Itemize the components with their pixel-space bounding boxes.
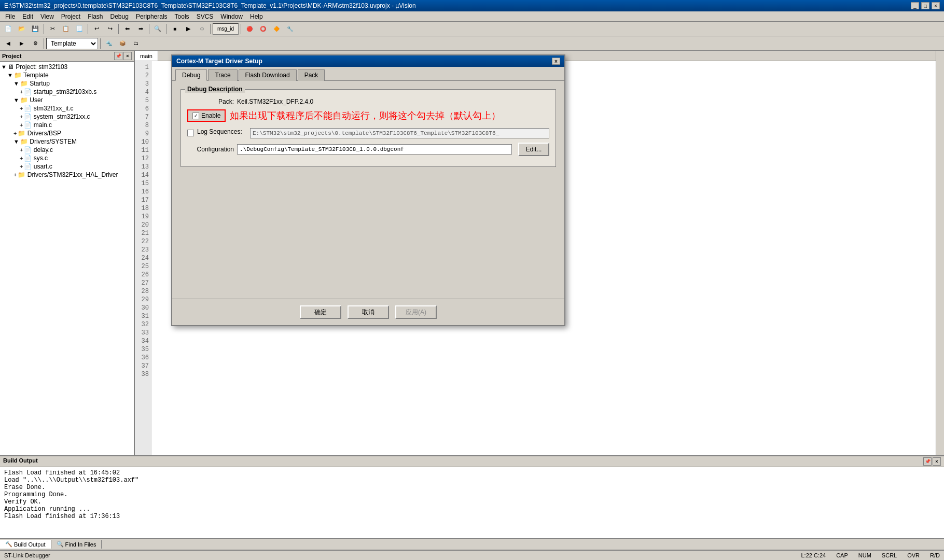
log-sequences-input[interactable] bbox=[250, 128, 549, 138]
pack-row: Pack: Keil.STM32F1xx_DFP.2.4.0 bbox=[187, 98, 549, 105]
dialog-tab-pack[interactable]: Pack bbox=[298, 69, 325, 81]
pack-value: Keil.STM32F1xx_DFP.2.4.0 bbox=[237, 98, 549, 105]
configuration-label: Configuration bbox=[187, 146, 234, 153]
enable-checkbox[interactable]: ✓ bbox=[192, 113, 199, 119]
dialog: Cortex-M Target Driver Setup × Debug Tra… bbox=[171, 54, 565, 326]
dialog-buttons: 确定 取消 应用(A) bbox=[172, 299, 564, 325]
ok-button[interactable]: 确定 bbox=[300, 305, 341, 319]
dialog-tabs: Debug Trace Flash Download Pack bbox=[172, 67, 564, 81]
modal-overlay: Cortex-M Target Driver Setup × Debug Tra… bbox=[0, 0, 944, 560]
dialog-tab-pack-label: Pack bbox=[304, 72, 318, 79]
apply-button[interactable]: 应用(A) bbox=[395, 305, 437, 319]
enable-label: Enable bbox=[201, 112, 220, 119]
enable-annotation: 如果出现下载程序后不能自动运行，则将这个勾去掉（默认勾上） bbox=[230, 109, 501, 122]
enable-section: ✓ Enable 如果出现下载程序后不能自动运行，则将这个勾去掉（默认勾上） bbox=[187, 109, 549, 122]
group-box-title: Debug Description bbox=[185, 86, 245, 93]
dialog-tab-trace[interactable]: Trace bbox=[208, 69, 237, 81]
configuration-row: Configuration Edit... bbox=[187, 143, 549, 156]
log-sequences-checkbox[interactable] bbox=[187, 130, 194, 136]
log-sequences-row: Log Sequences: bbox=[187, 128, 549, 138]
log-sequences-label: Log Sequences: bbox=[197, 128, 244, 135]
dialog-tab-debug-label: Debug bbox=[182, 72, 200, 79]
dialog-tab-trace-label: Trace bbox=[215, 72, 230, 79]
configuration-input[interactable] bbox=[237, 144, 512, 155]
dialog-tab-flash-label: Flash Download bbox=[245, 72, 290, 79]
dialog-title-text: Cortex-M Target Driver Setup bbox=[176, 58, 262, 65]
pack-label: Pack: bbox=[187, 98, 234, 105]
edit-btn[interactable]: Edit... bbox=[518, 143, 549, 156]
dialog-content: Debug Description Pack: Keil.STM32F1xx_D… bbox=[172, 81, 564, 299]
dialog-tab-debug[interactable]: Debug bbox=[175, 69, 207, 81]
enable-checkbox-box[interactable]: ✓ Enable bbox=[187, 109, 226, 122]
dialog-title: Cortex-M Target Driver Setup × bbox=[172, 55, 564, 67]
debug-description-group: Debug Description Pack: Keil.STM32F1xx_D… bbox=[181, 89, 556, 167]
dialog-tab-flash[interactable]: Flash Download bbox=[239, 69, 297, 81]
dialog-close-btn[interactable]: × bbox=[552, 58, 560, 65]
cancel-button[interactable]: 取消 bbox=[348, 305, 389, 319]
